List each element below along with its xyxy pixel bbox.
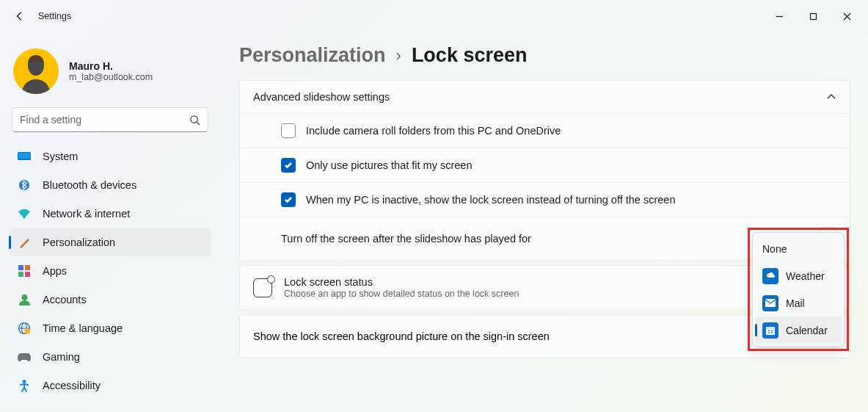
app-title: Settings <box>38 11 71 21</box>
user-profile[interactable]: Mauro H. m_lab@outlook.com <box>9 44 211 107</box>
status-app-option-mail[interactable]: Mail <box>755 289 842 317</box>
advanced-slideshow-expander[interactable]: Advanced slideshow settings <box>240 81 850 113</box>
sidebar-item-label: Accessibility <box>43 380 101 391</box>
sidebar-item-network[interactable]: Network & internet <box>9 200 211 228</box>
sidebar-item-label: Accounts <box>43 294 87 306</box>
accounts-icon <box>18 293 31 306</box>
inactive-checkbox[interactable] <box>281 192 296 207</box>
fit-screen-option[interactable]: Only use pictures that fit my screen <box>240 148 850 182</box>
sidebar-item-label: Bluetooth & devices <box>43 179 136 191</box>
turnoff-label: Turn off the screen after the slideshow … <box>281 233 531 245</box>
svg-rect-0 <box>810 13 816 19</box>
search-icon <box>189 115 200 126</box>
status-app-option-none[interactable]: None <box>755 235 842 262</box>
option-label: None <box>762 243 787 255</box>
system-icon <box>18 150 31 163</box>
option-label: Calendar <box>786 325 828 336</box>
apps-icon <box>18 264 31 278</box>
sidebar-item-label: Network & internet <box>43 208 130 220</box>
svg-rect-17 <box>766 327 775 329</box>
main-content: Personalization › Lock screen Advanced s… <box>220 32 868 412</box>
sidebar-item-system[interactable]: System <box>9 142 211 170</box>
chevron-right-icon: › <box>396 46 401 65</box>
svg-rect-6 <box>25 265 30 270</box>
option-label: Include camera roll folders from this PC… <box>306 125 561 137</box>
status-app-option-calendar[interactable]: Calendar <box>755 317 842 344</box>
svg-point-12 <box>24 328 30 334</box>
camera-roll-option[interactable]: Include camera roll folders from this PC… <box>240 113 850 148</box>
show-bg-label: Show the lock screen background picture … <box>253 330 550 342</box>
svg-point-1 <box>191 115 197 122</box>
breadcrumb-parent[interactable]: Personalization <box>239 44 386 67</box>
sidebar-item-label: Gaming <box>43 351 80 363</box>
search-box[interactable] <box>12 107 208 132</box>
personalization-icon <box>18 236 31 249</box>
status-title: Lock screen status <box>284 276 519 288</box>
sidebar-item-label: Personalization <box>43 236 115 248</box>
sidebar-item-personalization[interactable]: Personalization <box>9 228 211 256</box>
svg-point-9 <box>21 294 27 300</box>
svg-rect-3 <box>18 153 30 159</box>
sidebar-item-time-language[interactable]: Time & language <box>9 314 211 342</box>
mail-icon <box>762 295 778 311</box>
status-subtitle: Choose an app to show detailed status on… <box>284 289 519 299</box>
accessibility-icon <box>18 379 31 392</box>
sidebar-item-label: Time & language <box>43 322 123 334</box>
sidebar: Mauro H. m_lab@outlook.com System Blueto… <box>0 32 220 412</box>
user-email: m_lab@outlook.com <box>69 72 153 82</box>
option-label: Mail <box>786 297 805 309</box>
svg-rect-5 <box>18 265 23 270</box>
lockscreen-status-icon <box>253 278 272 297</box>
sidebar-item-label: System <box>43 151 78 162</box>
option-label: When my PC is inactive, show the lock sc… <box>306 194 675 206</box>
calendar-icon <box>762 322 778 339</box>
breadcrumb: Personalization › Lock screen <box>239 44 850 67</box>
time-language-icon <box>18 322 31 335</box>
expander-title: Advanced slideshow settings <box>253 91 390 103</box>
avatar <box>13 48 59 94</box>
sidebar-item-label: Apps <box>43 265 67 277</box>
sidebar-item-apps[interactable]: Apps <box>9 257 211 285</box>
user-name: Mauro H. <box>69 60 153 72</box>
sidebar-item-accessibility[interactable]: Accessibility <box>9 372 211 400</box>
page-title: Lock screen <box>412 44 528 67</box>
status-app-dropdown: None Weather Mail Calendar <box>752 232 845 347</box>
option-label: Only use pictures that fit my screen <box>306 159 472 171</box>
svg-rect-7 <box>18 272 23 277</box>
sidebar-item-bluetooth[interactable]: Bluetooth & devices <box>9 171 211 199</box>
maximize-button[interactable] <box>796 4 830 28</box>
camera-roll-checkbox[interactable] <box>281 123 296 138</box>
gaming-icon <box>18 350 31 364</box>
close-button[interactable] <box>830 4 864 28</box>
sidebar-item-gaming[interactable]: Gaming <box>9 343 211 371</box>
nav-list: System Bluetooth & devices Network & int… <box>9 142 211 400</box>
inactive-lockscreen-option[interactable]: When my PC is inactive, show the lock sc… <box>240 182 850 217</box>
status-app-option-weather[interactable]: Weather <box>755 262 842 289</box>
minimize-button[interactable] <box>762 4 796 28</box>
titlebar: Settings <box>0 0 868 32</box>
weather-icon <box>762 268 778 284</box>
sidebar-item-accounts[interactable]: Accounts <box>9 286 211 314</box>
search-input[interactable] <box>20 114 189 126</box>
network-icon <box>18 207 31 220</box>
svg-rect-8 <box>25 272 30 277</box>
bluetooth-icon <box>18 178 31 192</box>
back-button[interactable] <box>10 7 29 26</box>
fit-screen-checkbox[interactable] <box>281 158 296 173</box>
option-label: Weather <box>786 270 825 282</box>
chevron-up-icon <box>826 92 836 102</box>
